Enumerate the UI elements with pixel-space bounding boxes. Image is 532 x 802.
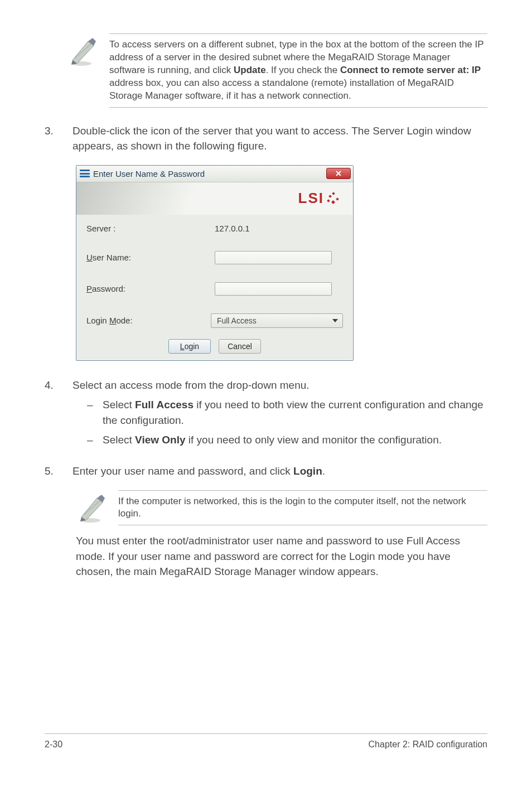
chevron-down-icon	[332, 319, 338, 322]
login-button-rest: ogin	[185, 342, 199, 351]
step4-b2-pre: Select	[103, 434, 135, 446]
note-text-2: If the computer is networked, this is th…	[118, 490, 487, 526]
loginmode-label-pre: Login	[86, 316, 109, 325]
step-3: 3. Double-click the icon of the server t…	[45, 123, 487, 154]
password-label-rest: assword:	[92, 284, 125, 293]
step-4-number: 4.	[45, 378, 58, 452]
server-label: Server :	[86, 224, 215, 233]
username-row: User Name:	[76, 242, 353, 273]
dialog-button-row: Login Cancel	[76, 337, 353, 360]
login-button[interactable]: Login	[168, 339, 211, 354]
loginmode-label: Login Mode:	[86, 316, 211, 325]
footer-page-number: 2-30	[45, 740, 62, 750]
step-5: 5. Enter your user name and password, an…	[45, 463, 487, 479]
step4-b1-pre: Select	[103, 399, 135, 410]
step-4-text: Select an access mode from the drop-down…	[72, 378, 487, 393]
step-5-continuation: You must enter the root/administrator us…	[76, 533, 487, 579]
logo-row: LSI	[76, 182, 353, 215]
password-input[interactable]	[215, 282, 332, 296]
login-dialog: Enter User Name & Password LSI Server : …	[76, 165, 354, 361]
step-4: 4. Select an access mode from the drop-d…	[45, 378, 487, 452]
step4-b1-bold: Full Access	[135, 399, 194, 410]
loginmode-label-post: ode:	[116, 316, 132, 325]
step-3-number: 3.	[45, 123, 58, 154]
password-label-ul: P	[86, 284, 92, 293]
dialog-title: Enter User Name & Password	[93, 169, 326, 178]
cancel-button[interactable]: Cancel	[219, 339, 261, 354]
username-input[interactable]	[215, 251, 332, 264]
note-block-2: If the computer is networked, this is th…	[76, 490, 487, 526]
loginmode-label-ul: M	[109, 316, 117, 325]
step-4-bullet-1: Select Full Access if you need to both v…	[72, 397, 487, 428]
note-block-1: To access servers on a different subnet,…	[67, 33, 487, 108]
step5-pre: Enter your user name and password, and c…	[72, 465, 293, 477]
username-label-rest: ser Name:	[93, 253, 131, 262]
step4-b2-post: if you need to only view and monitor the…	[186, 434, 442, 446]
titlebar: Enter User Name & Password	[76, 166, 353, 182]
username-label: User Name:	[86, 253, 215, 262]
lsi-logo: LSI	[298, 190, 340, 207]
step5-bold: Login	[293, 465, 322, 477]
loginmode-row: Login Mode: Full Access	[76, 305, 353, 337]
close-icon	[335, 170, 342, 177]
footer-chapter: Chapter 2: RAID configuration	[369, 740, 487, 750]
loginmode-value: Full Access	[217, 316, 257, 325]
pencil-note-icon	[67, 36, 98, 67]
lsi-logo-sparkle-icon	[327, 192, 340, 205]
server-row: Server : 127.0.0.1	[76, 215, 353, 242]
step5-post: .	[322, 465, 325, 477]
titlebar-app-icon	[80, 170, 90, 177]
step-5-number: 5.	[45, 463, 58, 479]
username-label-ul: U	[86, 253, 93, 262]
cancel-button-label: Cancel	[228, 342, 252, 351]
note-text-1: To access servers on a different subnet,…	[109, 33, 487, 108]
step-4-bullet-2: Select View Only if you need to only vie…	[72, 432, 487, 448]
note1-bold1: Update	[234, 65, 266, 75]
note1-part1: . If you check the	[266, 65, 340, 75]
loginmode-select[interactable]: Full Access	[211, 313, 343, 328]
step4-b2-bold: View Only	[135, 434, 185, 446]
page-footer: 2-30 Chapter 2: RAID configuration	[45, 733, 487, 750]
password-label: Password:	[86, 284, 215, 293]
pencil-note-icon	[76, 492, 107, 524]
password-row: Password:	[76, 273, 353, 305]
note1-bold2: Connect to remote server at: IP	[340, 65, 481, 75]
note1-part2: address box, you can also access a stand…	[109, 78, 454, 101]
step-3-text: Double-click the icon of the server that…	[72, 123, 487, 154]
close-button[interactable]	[326, 168, 351, 179]
server-value: 127.0.0.1	[215, 224, 250, 233]
lsi-logo-text: LSI	[298, 190, 324, 207]
login-button-ul: L	[180, 342, 185, 351]
